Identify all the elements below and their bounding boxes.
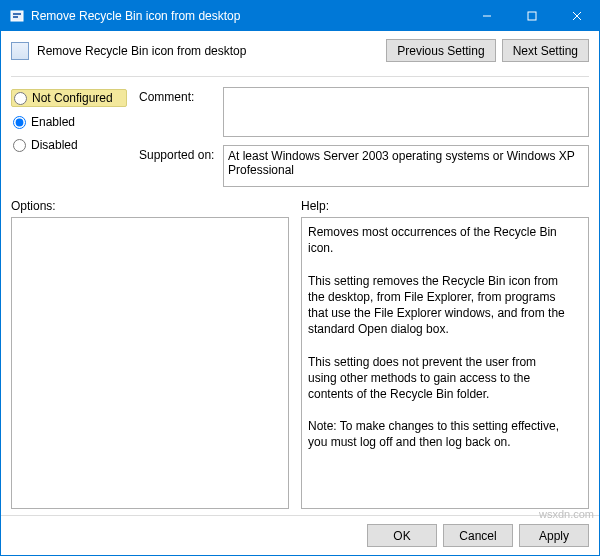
separator bbox=[11, 76, 589, 77]
radio-enabled-label: Enabled bbox=[31, 115, 75, 129]
fields-column: Comment: Supported on: bbox=[139, 87, 589, 187]
nav-buttons: Previous Setting Next Setting bbox=[386, 39, 589, 62]
options-label: Options: bbox=[11, 199, 289, 213]
help-panel: Help: Removes most occurrences of the Re… bbox=[301, 199, 589, 509]
titlebar: Remove Recycle Bin icon from desktop bbox=[1, 1, 599, 31]
header-row: Remove Recycle Bin icon from desktop Pre… bbox=[11, 39, 589, 62]
previous-setting-button[interactable]: Previous Setting bbox=[386, 39, 495, 62]
comment-row: Comment: bbox=[139, 87, 589, 137]
radio-disabled-label: Disabled bbox=[31, 138, 78, 152]
maximize-button[interactable] bbox=[509, 1, 554, 31]
policy-icon bbox=[11, 42, 29, 60]
svg-rect-4 bbox=[528, 12, 536, 20]
options-box[interactable] bbox=[11, 217, 289, 509]
minimize-button[interactable] bbox=[464, 1, 509, 31]
radio-enabled-input[interactable] bbox=[13, 116, 26, 129]
close-button[interactable] bbox=[554, 1, 599, 31]
svg-rect-2 bbox=[13, 16, 18, 18]
apply-button[interactable]: Apply bbox=[519, 524, 589, 547]
help-label: Help: bbox=[301, 199, 589, 213]
help-box[interactable]: Removes most occurrences of the Recycle … bbox=[301, 217, 589, 509]
policy-title: Remove Recycle Bin icon from desktop bbox=[37, 44, 378, 58]
config-area: Not Configured Enabled Disabled Comment: bbox=[11, 87, 589, 187]
gpedit-dialog-window: Remove Recycle Bin icon from desktop Rem… bbox=[0, 0, 600, 556]
svg-rect-1 bbox=[13, 13, 21, 15]
radio-not-configured-input[interactable] bbox=[14, 92, 27, 105]
cancel-button[interactable]: Cancel bbox=[443, 524, 513, 547]
radio-not-configured-label: Not Configured bbox=[32, 91, 113, 105]
comment-input[interactable] bbox=[223, 87, 589, 137]
dialog-footer: OK Cancel Apply bbox=[1, 515, 599, 555]
next-setting-button[interactable]: Next Setting bbox=[502, 39, 589, 62]
dialog-body: Remove Recycle Bin icon from desktop Pre… bbox=[1, 31, 599, 515]
radio-enabled[interactable]: Enabled bbox=[11, 114, 127, 130]
supported-row: Supported on: bbox=[139, 145, 589, 187]
policy-icon bbox=[9, 8, 25, 24]
supported-on-box bbox=[223, 145, 589, 187]
window-title: Remove Recycle Bin icon from desktop bbox=[31, 9, 464, 23]
radio-not-configured[interactable]: Not Configured bbox=[11, 89, 127, 107]
lower-panels: Options: Help: Removes most occurrences … bbox=[11, 199, 589, 509]
state-radio-group: Not Configured Enabled Disabled bbox=[11, 87, 127, 187]
comment-label: Comment: bbox=[139, 87, 219, 104]
options-panel: Options: bbox=[11, 199, 289, 509]
supported-label: Supported on: bbox=[139, 145, 219, 162]
radio-disabled[interactable]: Disabled bbox=[11, 137, 127, 153]
ok-button[interactable]: OK bbox=[367, 524, 437, 547]
radio-disabled-input[interactable] bbox=[13, 139, 26, 152]
titlebar-buttons bbox=[464, 1, 599, 31]
